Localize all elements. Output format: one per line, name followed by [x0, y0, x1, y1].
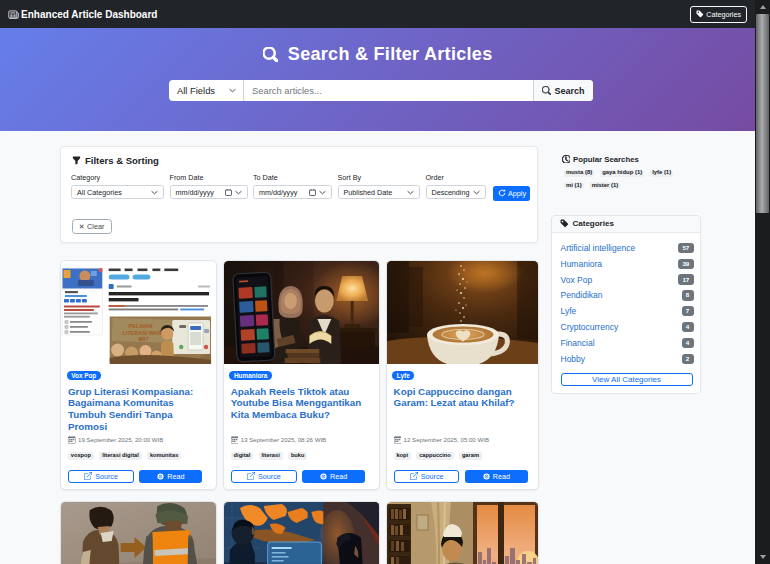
svg-text:LITERASI WAR: LITERASI WAR — [123, 330, 162, 336]
svg-text:PELIHAN: PELIHAN — [129, 323, 153, 329]
svg-text:WA?: WA? — [139, 337, 149, 342]
